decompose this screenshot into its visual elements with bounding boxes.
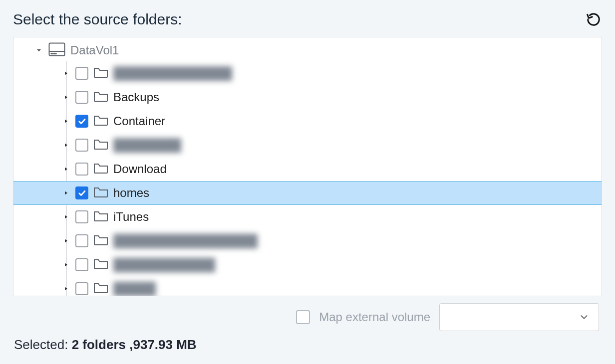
chevron-down-icon bbox=[35, 47, 42, 54]
folder-checkbox[interactable] bbox=[75, 282, 88, 295]
folder-checkbox[interactable] bbox=[75, 163, 88, 176]
expander-toggle[interactable] bbox=[61, 212, 70, 221]
folder-icon bbox=[93, 138, 108, 152]
tree-node[interactable]: ████████ bbox=[13, 133, 602, 157]
folder-icon bbox=[93, 114, 108, 128]
folder-label: Container bbox=[113, 114, 165, 128]
page-title: Select the source folders: bbox=[13, 11, 182, 28]
folder-label: ████████████ bbox=[113, 258, 215, 272]
expander-toggle[interactable] bbox=[61, 188, 70, 197]
tree-node[interactable]: Backups bbox=[13, 85, 602, 109]
expander-toggle[interactable] bbox=[61, 284, 70, 293]
folder-icon bbox=[93, 210, 108, 224]
volume-label: DataVol1 bbox=[70, 43, 119, 57]
expander-toggle[interactable] bbox=[61, 69, 70, 78]
expander-toggle[interactable] bbox=[61, 260, 70, 269]
folder-checkbox[interactable] bbox=[75, 91, 88, 104]
refresh-icon bbox=[586, 12, 601, 27]
folder-label: ██████████████ bbox=[113, 66, 232, 80]
tree-node[interactable]: ██████████████ bbox=[13, 61, 602, 85]
tree-node[interactable]: █████ bbox=[13, 277, 602, 296]
status-value: 2 folders ,937.93 MB bbox=[72, 337, 197, 352]
chevron-down-icon bbox=[579, 312, 590, 323]
expander-toggle[interactable] bbox=[61, 141, 70, 150]
refresh-button[interactable] bbox=[585, 11, 602, 28]
folder-icon bbox=[93, 258, 108, 272]
svg-point-4 bbox=[54, 53, 55, 54]
folder-icon bbox=[93, 90, 108, 104]
tree-node[interactable]: iTunes bbox=[13, 205, 602, 229]
folder-label: homes bbox=[113, 186, 149, 200]
status-prefix: Selected: bbox=[14, 337, 72, 352]
expander-toggle[interactable] bbox=[61, 117, 70, 126]
folder-checkbox[interactable] bbox=[75, 139, 88, 152]
tree-node[interactable]: Download bbox=[13, 157, 602, 181]
svg-point-3 bbox=[52, 53, 53, 54]
folder-checkbox[interactable] bbox=[75, 234, 88, 247]
tree-node[interactable]: ████████████ bbox=[13, 253, 602, 277]
folder-checkbox[interactable] bbox=[75, 186, 88, 199]
expander-toggle[interactable] bbox=[61, 165, 70, 174]
folder-tree: DataVol1 ██████████████BackupsContainer█… bbox=[13, 37, 602, 296]
folder-icon bbox=[93, 66, 108, 80]
tree-node[interactable]: homes bbox=[13, 181, 602, 205]
folder-label: ████████ bbox=[113, 138, 181, 152]
folder-icon bbox=[93, 282, 108, 296]
map-external-volume-label: Map external volume bbox=[319, 310, 430, 324]
folder-icon bbox=[93, 186, 108, 200]
folder-label: Backups bbox=[113, 90, 159, 104]
external-volume-select[interactable] bbox=[439, 303, 599, 331]
folder-checkbox[interactable] bbox=[75, 67, 88, 80]
expander-toggle[interactable] bbox=[61, 93, 70, 102]
volume-row[interactable]: DataVol1 bbox=[13, 39, 602, 61]
folder-checkbox[interactable] bbox=[75, 258, 88, 271]
folder-label: Download bbox=[113, 162, 167, 176]
folder-label: iTunes bbox=[113, 210, 149, 224]
svg-point-5 bbox=[55, 53, 56, 54]
drive-icon bbox=[48, 42, 65, 58]
folder-icon bbox=[93, 162, 108, 176]
tree-node[interactable]: █████████████████ bbox=[13, 229, 602, 253]
expander-toggle[interactable] bbox=[34, 46, 43, 55]
folder-icon bbox=[93, 234, 108, 248]
folder-label: █████ bbox=[113, 282, 156, 296]
expander-toggle[interactable] bbox=[61, 236, 70, 245]
map-external-volume-checkbox[interactable] bbox=[296, 310, 310, 324]
selection-status: Selected: 2 folders ,937.93 MB bbox=[13, 333, 602, 353]
folder-checkbox[interactable] bbox=[75, 115, 88, 128]
folder-label: █████████████████ bbox=[113, 234, 258, 248]
folder-checkbox[interactable] bbox=[75, 210, 88, 223]
tree-node[interactable]: Container bbox=[13, 109, 602, 133]
svg-point-2 bbox=[51, 53, 52, 54]
